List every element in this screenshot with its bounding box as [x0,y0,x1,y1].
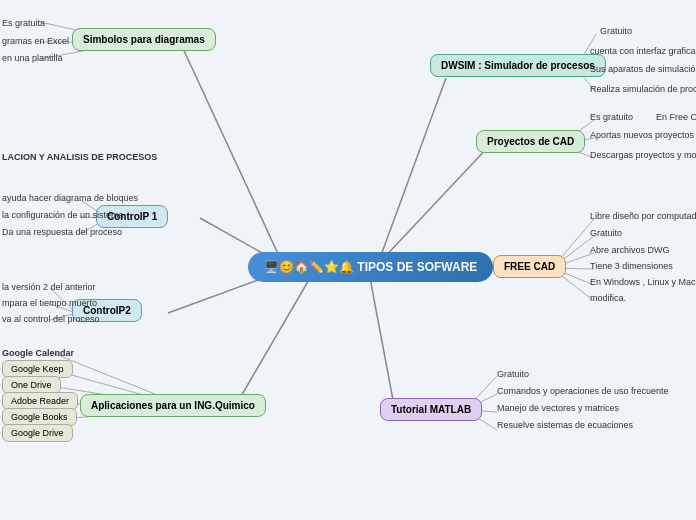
dwsim-leaf-2: cuenta con interfaz grafica info... [590,46,696,56]
dwsim-leaf-3: Sus aparatos de simulación son... [590,64,696,74]
proyectos-branch[interactable]: Proyectos de CAD [476,130,585,153]
proyectos-leaf-1: Es gratuito [590,112,633,122]
simbolos-leaf-3: en una plantilla [2,53,63,63]
proyectos-leaf-2: En Free CAD v... [656,112,696,122]
section-label: LACION Y ANALISIS DE PROCESOS [2,152,157,162]
svg-line-0 [180,42,280,258]
tutorial-leaf-1: Gratuito [497,369,529,379]
google-calendar-label: Google Calendar [2,348,74,358]
svg-line-2 [380,145,490,262]
controlp2-leaf-1: la versión 2 del anterior [2,282,96,292]
freecad-leaf-1: Libre diseño por computadora [590,211,696,221]
svg-line-6 [370,278,393,400]
svg-line-7 [240,278,310,398]
controlp1-leaf-3: Da una respuesta del proceso [2,227,122,237]
tutorial-leaf-2: Comandos y operaciones de uso frecuente [497,386,669,396]
google-drive-node[interactable]: Google Drive [2,424,73,442]
dwsim-leaf-4: Realiza simulación de procesos... [590,84,696,94]
freecad-leaf-4: Tiene 3 dimensiones [590,261,673,271]
freecad-leaf-2: Gratuito [590,228,622,238]
simbolos-branch[interactable]: Simbolos para diagramas [72,28,216,51]
proyectos-leaf-3: Aportas nuevos proyectos [590,130,694,140]
controlp2-leaf-2: mpara el tiempo muerto [2,298,97,308]
simbolos-leaf-2: gramas en Excel [2,36,69,46]
controlp1-leaf-1: ayuda hacer diagrama de bloques [2,193,138,203]
tutorial-leaf-3: Manejo de vectores y matrices [497,403,619,413]
aplicaciones-branch[interactable]: Aplicaciones para un ING.Quimico [80,394,266,417]
tutorial-leaf-4: Resuelve sistemas de ecuaciones [497,420,633,430]
freecad-leaf-6: modifica. [590,293,626,303]
tutorial-branch[interactable]: Tutorial MATLAB [380,398,482,421]
freecad-leaf-3: Abre archivos DWG [590,245,670,255]
dwsim-leaf-1: Gratuito [600,26,632,36]
controlp1-leaf-2: la configuración de un sistema [2,210,124,220]
dwsim-branch[interactable]: DWSIM : Simulador de procesos [430,54,606,77]
freecad-branch[interactable]: FREE CAD [493,255,566,278]
central-node[interactable]: 🖥️😊🏠✏️⭐🔔 TIPOS DE SOFWARE [248,252,493,282]
freecad-leaf-5: En Windows , Linux y Mac [590,277,696,287]
svg-line-1 [380,78,446,258]
simbolos-leaf-1: Es gratuita [2,18,45,28]
controlp2-leaf-3: va al control del proceso [2,314,100,324]
proyectos-leaf-4: Descargas proyectos y modifica... [590,150,696,160]
